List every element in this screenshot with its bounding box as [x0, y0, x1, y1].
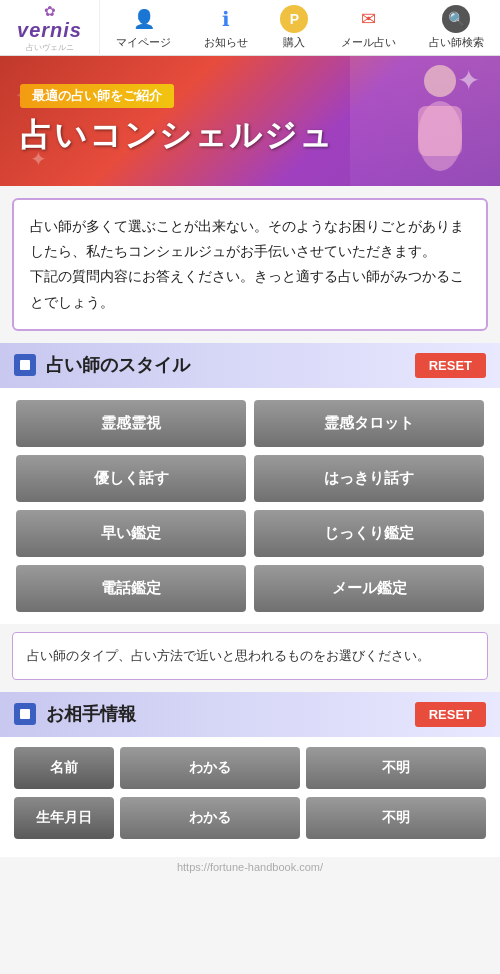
nav-purchase-label: 購入 — [283, 35, 305, 50]
person-silhouette — [385, 61, 465, 181]
search-icon: 🔍 — [442, 5, 470, 33]
partner-title-wrap: お相手情報 — [14, 702, 136, 726]
partner-section-title: お相手情報 — [46, 702, 136, 726]
style-btn-0[interactable]: 霊感霊視 — [16, 400, 246, 447]
nav-mypage[interactable]: 👤 マイページ — [116, 5, 171, 50]
partner-reset-button[interactable]: RESET — [415, 702, 486, 727]
style-title-wrap: 占い師のスタイル — [14, 353, 190, 377]
logo-icon: ✿ — [44, 3, 56, 19]
style-section-header: 占い師のスタイル RESET — [0, 343, 500, 388]
partner-name-known[interactable]: わかる — [120, 747, 300, 789]
logo-text: vernis — [17, 19, 82, 42]
partner-birthday-known[interactable]: わかる — [120, 797, 300, 839]
style-btn-1[interactable]: 霊感タロット — [254, 400, 484, 447]
style-btn-7[interactable]: メール鑑定 — [254, 565, 484, 612]
partner-row-name: 名前 わかる 不明 — [14, 747, 486, 789]
banner-image — [350, 56, 500, 186]
style-btn-4[interactable]: 早い鑑定 — [16, 510, 246, 557]
partner-birthday-unknown[interactable]: 不明 — [306, 797, 486, 839]
partner-section-icon — [14, 703, 36, 725]
partner-name-label: 名前 — [14, 747, 114, 789]
style-btn-3[interactable]: はっきり話す — [254, 455, 484, 502]
style-section-icon — [14, 354, 36, 376]
svg-point-0 — [424, 65, 456, 97]
style-buttons-grid: 霊感霊視 霊感タロット 優しく話す はっきり話す 早い鑑定 じっくり鑑定 電話鑑… — [0, 388, 500, 624]
watermark: https://fortune-handbook.com/ — [0, 857, 500, 877]
mypage-icon: 👤 — [130, 5, 158, 33]
news-icon: ℹ — [212, 5, 240, 33]
partner-table: 名前 わかる 不明 生年月日 わかる 不明 — [0, 737, 500, 857]
style-icon-inner — [20, 360, 30, 370]
nav-mail[interactable]: ✉ メール占い — [341, 5, 396, 50]
style-btn-2[interactable]: 優しく話す — [16, 455, 246, 502]
banner: ✦ ✦ ✦ 最適の占い師をご紹介 占いコンシェルジュ — [0, 56, 500, 186]
nav-news-label: お知らせ — [204, 35, 248, 50]
style-reset-button[interactable]: RESET — [415, 353, 486, 378]
main-nav: 👤 マイページ ℹ お知らせ P 購入 ✉ メール占い 🔍 占い師検索 — [100, 5, 500, 50]
style-section-title: 占い師のスタイル — [46, 353, 190, 377]
style-btn-6[interactable]: 電話鑑定 — [16, 565, 246, 612]
nav-news[interactable]: ℹ お知らせ — [204, 5, 248, 50]
nav-search-label: 占い師検索 — [429, 35, 484, 50]
description-box: 占い師が多くて選ぶことが出来ない。そのようなお困りごとがありましたら、私たちコン… — [12, 198, 488, 331]
logo[interactable]: ✿ vernis 占いヴェルニ — [0, 0, 100, 57]
mail-icon: ✉ — [355, 5, 383, 33]
logo-sub: 占いヴェルニ — [26, 42, 74, 53]
style-btn-5[interactable]: じっくり鑑定 — [254, 510, 484, 557]
purchase-icon: P — [280, 5, 308, 33]
style-info-box: 占い師のタイプ、占い方法で近いと思われるものをお選びください。 — [12, 632, 488, 680]
nav-purchase[interactable]: P 購入 — [280, 5, 308, 50]
partner-name-unknown[interactable]: 不明 — [306, 747, 486, 789]
style-info-text: 占い師のタイプ、占い方法で近いと思われるものをお選びください。 — [27, 645, 473, 667]
partner-icon-inner — [20, 709, 30, 719]
partner-row-birthday: 生年月日 わかる 不明 — [14, 797, 486, 839]
header: ✿ vernis 占いヴェルニ 👤 マイページ ℹ お知らせ P 購入 ✉ メー… — [0, 0, 500, 56]
nav-mail-label: メール占い — [341, 35, 396, 50]
nav-mypage-label: マイページ — [116, 35, 171, 50]
nav-search[interactable]: 🔍 占い師検索 — [429, 5, 484, 50]
partner-section-header: お相手情報 RESET — [0, 692, 500, 737]
svg-rect-2 — [418, 106, 462, 156]
banner-tag: 最適の占い師をご紹介 — [20, 84, 174, 108]
description-text: 占い師が多くて選ぶことが出来ない。そのようなお困りごとがありましたら、私たちコン… — [30, 214, 470, 315]
watermark-text: https://fortune-handbook.com/ — [177, 861, 323, 873]
partner-birthday-label: 生年月日 — [14, 797, 114, 839]
